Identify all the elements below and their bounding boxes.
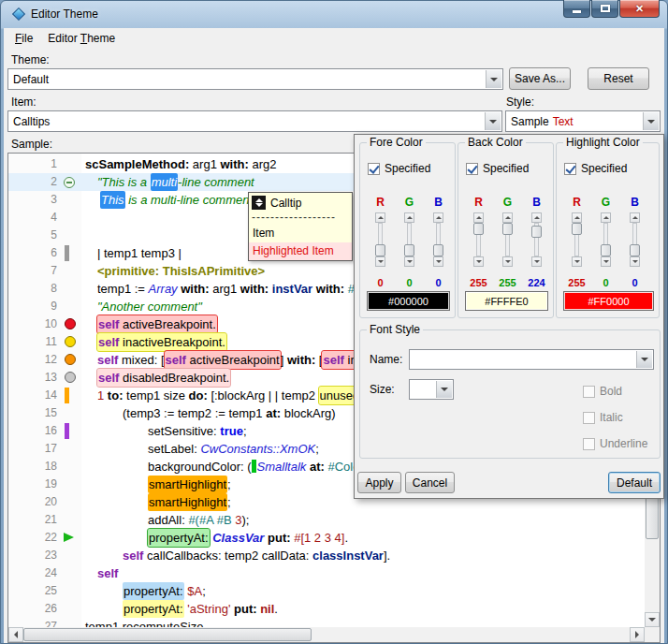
default-button[interactable]: Default bbox=[608, 472, 661, 493]
slider-down-arrow[interactable] bbox=[601, 256, 611, 267]
color-swatch-button[interactable]: #FFFFE0 bbox=[465, 291, 548, 311]
channel-slider[interactable] bbox=[433, 212, 443, 267]
current-line-arrow-marker[interactable] bbox=[64, 533, 74, 542]
slider-down-arrow[interactable] bbox=[375, 256, 385, 267]
chevron-down-icon[interactable] bbox=[486, 70, 501, 88]
font-size-combobox[interactable] bbox=[409, 379, 454, 400]
minimize-button[interactable] bbox=[563, 0, 590, 18]
slider-up-arrow[interactable] bbox=[433, 212, 443, 223]
slider-thumb[interactable] bbox=[404, 244, 414, 256]
style-combobox[interactable]: SampleText bbox=[505, 110, 661, 132]
menu-editor-theme[interactable]: Editor Theme bbox=[40, 29, 123, 48]
fold-collapse-marker[interactable] bbox=[64, 177, 75, 188]
specified-checkbox[interactable] bbox=[466, 163, 478, 175]
checkbox-italic[interactable]: Italic bbox=[583, 411, 623, 424]
calltip-item[interactable]: Highlighted Item bbox=[249, 242, 352, 260]
close-button[interactable]: ✕ bbox=[619, 0, 660, 18]
slider-down-arrow[interactable] bbox=[433, 256, 443, 267]
slider-up-arrow[interactable] bbox=[572, 212, 582, 223]
slider-thumb[interactable] bbox=[572, 223, 582, 235]
line-number: 7 bbox=[8, 262, 57, 280]
slider-thumb[interactable] bbox=[433, 244, 443, 256]
channel-r: R255 bbox=[466, 196, 491, 288]
channel-slider[interactable] bbox=[531, 212, 542, 267]
save-as-button[interactable]: Save As... bbox=[509, 67, 571, 90]
channel-label: B bbox=[622, 196, 647, 209]
channel-value: 224 bbox=[524, 277, 549, 288]
color-swatch-button[interactable]: #000000 bbox=[367, 291, 450, 311]
slider-thumb[interactable] bbox=[531, 226, 542, 238]
code-token: arg2 bbox=[249, 157, 277, 171]
channel-slider[interactable] bbox=[601, 212, 611, 267]
slider-down-arrow[interactable] bbox=[404, 256, 414, 267]
specified-checkbox[interactable] bbox=[368, 163, 380, 175]
checkbox-underline[interactable]: Underline bbox=[583, 437, 647, 450]
modified-bar-marker[interactable] bbox=[65, 245, 69, 261]
font-name-combobox[interactable] bbox=[409, 349, 654, 370]
title-bar[interactable]: Editor Theme ✕ bbox=[0, 0, 668, 28]
slider-up-arrow[interactable] bbox=[502, 212, 513, 223]
channel-slider[interactable] bbox=[630, 212, 640, 267]
scroll-left-arrow[interactable] bbox=[8, 627, 23, 642]
checkbox-bold[interactable]: Bold bbox=[583, 385, 622, 398]
slider-up-arrow[interactable] bbox=[630, 212, 640, 223]
slider-up-arrow[interactable] bbox=[473, 212, 484, 223]
scroll-down-arrow[interactable] bbox=[645, 612, 660, 627]
slider-down-arrow[interactable] bbox=[473, 256, 484, 267]
warning-bar-marker[interactable] bbox=[65, 388, 69, 403]
maximize-button[interactable] bbox=[591, 0, 618, 18]
slider-up-arrow[interactable] bbox=[531, 212, 542, 223]
style-sample-styled: Text bbox=[553, 115, 574, 128]
chevron-down-icon[interactable] bbox=[485, 112, 501, 130]
slider-down-arrow[interactable] bbox=[531, 256, 542, 267]
item-combobox[interactable]: Calltips bbox=[7, 110, 502, 132]
slider-down-arrow[interactable] bbox=[630, 256, 640, 267]
slider-thumb[interactable] bbox=[375, 244, 385, 256]
channel-slider[interactable] bbox=[572, 212, 582, 267]
highlight-span: multi bbox=[151, 173, 178, 191]
channel-value: 0 bbox=[622, 277, 647, 288]
line-number: 11 bbox=[8, 333, 57, 351]
code-token: smartHighlight bbox=[149, 495, 226, 509]
slider-down-arrow[interactable] bbox=[502, 256, 513, 267]
inactive-breakpoint-marker[interactable] bbox=[65, 336, 76, 347]
slider-thumb[interactable] bbox=[473, 223, 484, 235]
reset-button[interactable]: Reset bbox=[588, 67, 649, 90]
specified-checkbox[interactable] bbox=[564, 163, 576, 175]
scroll-right-arrow[interactable] bbox=[630, 627, 645, 642]
theme-combobox[interactable]: Default bbox=[7, 68, 503, 90]
code-token: ] bbox=[281, 353, 287, 367]
channel-slider[interactable] bbox=[473, 212, 484, 267]
chevron-down-icon[interactable] bbox=[436, 381, 452, 398]
horizontal-scroll-thumb[interactable] bbox=[23, 628, 312, 641]
apply-button[interactable]: Apply bbox=[357, 472, 401, 493]
channel-slider[interactable] bbox=[502, 212, 513, 267]
channel-slider[interactable] bbox=[404, 212, 414, 267]
active-breakpoint-marker[interactable] bbox=[65, 318, 76, 329]
mixed-breakpoint-marker[interactable] bbox=[65, 354, 76, 365]
calltip-item[interactable]: Item bbox=[249, 225, 352, 242]
slider-thumb[interactable] bbox=[601, 244, 611, 256]
spin-arrows-icon[interactable] bbox=[252, 196, 266, 210]
color-swatch-button[interactable]: #FF0000 bbox=[563, 291, 654, 311]
slider-up-arrow[interactable] bbox=[601, 212, 611, 223]
horizontal-scrollbar[interactable] bbox=[8, 627, 645, 642]
cancel-button[interactable]: Cancel bbox=[405, 472, 455, 493]
code-token: #(#A #B bbox=[188, 513, 231, 527]
code-line-24: 24self bbox=[8, 564, 645, 582]
slider-up-arrow[interactable] bbox=[375, 212, 385, 223]
disabled-breakpoint-marker[interactable] bbox=[65, 372, 76, 383]
slider-up-arrow[interactable] bbox=[404, 212, 414, 223]
slider-thumb[interactable] bbox=[502, 223, 513, 235]
change-bar-marker[interactable] bbox=[65, 423, 69, 439]
chevron-down-icon[interactable] bbox=[643, 112, 659, 130]
slider-thumb[interactable] bbox=[630, 244, 640, 256]
sample-label: Sample: bbox=[11, 138, 52, 151]
code-text: propertyAt: $A; bbox=[123, 582, 206, 600]
code-text: addAll: #(#A #B 3); bbox=[148, 511, 249, 529]
slider-down-arrow[interactable] bbox=[572, 256, 582, 267]
chevron-down-icon[interactable] bbox=[636, 351, 652, 368]
channel-slider[interactable] bbox=[375, 212, 385, 267]
channel-label: R bbox=[564, 196, 589, 209]
menu-file[interactable]: File bbox=[7, 29, 40, 48]
